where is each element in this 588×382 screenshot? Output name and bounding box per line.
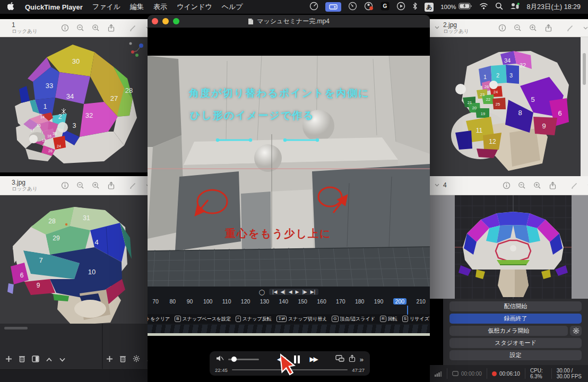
- obs-status-icon[interactable]: [364, 2, 374, 12]
- move-up-icon[interactable]: [46, 355, 53, 364]
- zoom-in-icon[interactable]: [529, 24, 537, 32]
- scene-list-item[interactable]: [4, 327, 28, 329]
- bluetooth-icon[interactable]: [412, 2, 418, 12]
- chevron-down-icon[interactable]: [434, 24, 440, 31]
- info-icon[interactable]: [60, 24, 69, 32]
- gauge-status-icon[interactable]: [348, 2, 357, 12]
- share-icon[interactable]: [349, 354, 356, 364]
- move-down-icon[interactable]: [59, 355, 66, 364]
- markup-icon[interactable]: [566, 24, 574, 32]
- zoom-in-icon[interactable]: [91, 24, 100, 32]
- lock-status-label: ロックあり: [12, 186, 38, 192]
- menu-file[interactable]: ファイル: [92, 2, 120, 12]
- chevron-down-icon[interactable]: [434, 182, 440, 189]
- svg-text:34: 34: [504, 57, 511, 64]
- obs-controls-dock: 配信開始 録画終了 仮想カメラ開始 スタジオモード 設定: [443, 299, 588, 365]
- menubar-clock[interactable]: 8月23日(土) 18:29: [527, 3, 581, 12]
- preview1-titlebar[interactable]: 1 ロックあり: [0, 19, 148, 37]
- mute-icon[interactable]: [216, 354, 224, 364]
- frame-ruler[interactable]: 7080901001101201301401501601701801902002…: [148, 298, 430, 305]
- source-properties-icon[interactable]: [133, 355, 140, 364]
- settings-button[interactable]: 設定: [449, 350, 582, 360]
- jump-start-icon[interactable]: |◀: [272, 289, 277, 294]
- background-window-edge: [581, 37, 588, 176]
- zoom-in-icon[interactable]: [533, 181, 541, 190]
- frame-back-icon[interactable]: ◀|: [280, 289, 285, 294]
- menu-window[interactable]: ウインドウ: [177, 2, 212, 12]
- add-scene-icon[interactable]: [5, 355, 12, 364]
- user-status-icon[interactable]: [510, 2, 520, 12]
- preview2-image: 34 32 1 2 3 5 8 6 9 11 12 26 24 23 22 25…: [430, 37, 588, 176]
- play-forward-icon[interactable]: ▶: [296, 289, 299, 294]
- svg-text:16: 16: [47, 134, 51, 138]
- share-icon[interactable]: [107, 181, 115, 190]
- input-source-badge[interactable]: あ: [425, 3, 434, 12]
- svg-text:24: 24: [57, 144, 61, 148]
- frame-forward-icon[interactable]: |▶: [302, 289, 307, 294]
- axis-gizmo: [129, 42, 144, 57]
- play-reverse-icon[interactable]: ◀: [289, 289, 292, 294]
- virtual-camera-settings-button[interactable]: [570, 326, 582, 336]
- info-icon[interactable]: [502, 181, 511, 190]
- pip-icon[interactable]: [335, 354, 344, 364]
- menu-view[interactable]: 表示: [153, 2, 167, 12]
- volume-knob[interactable]: [231, 357, 237, 362]
- share-icon[interactable]: [544, 24, 552, 32]
- svg-text:32: 32: [520, 62, 526, 68]
- fast-forward-button[interactable]: ▶▶: [309, 355, 317, 363]
- preview2-titlebar[interactable]: 2.jpg ロックあり: [430, 19, 588, 37]
- add-source-icon[interactable]: [106, 355, 113, 364]
- scrollbar[interactable]: [583, 53, 586, 85]
- video-canvas[interactable]: 角度が切り替わるポイントを内側に ひし形のイメージで作る 重心をもう少し上に ◯…: [148, 56, 430, 336]
- menu-edit[interactable]: 編集: [130, 2, 144, 12]
- zoom-out-icon[interactable]: [76, 181, 84, 190]
- zoom-button[interactable]: [173, 18, 179, 24]
- search-icon[interactable]: [495, 2, 503, 12]
- minimize-button[interactable]: [162, 18, 169, 24]
- studio-mode-button[interactable]: スタジオモード: [449, 338, 582, 348]
- svg-text:25: 25: [496, 102, 500, 107]
- preview3-titlebar[interactable]: 3.jpg ロックあり: [0, 176, 148, 195]
- battery-icon[interactable]: [459, 3, 472, 11]
- zoom-in-icon[interactable]: [91, 181, 100, 190]
- screen-sharing-indicator[interactable]: [325, 2, 341, 12]
- stream-icon: [452, 371, 459, 376]
- letterbox-top: [148, 28, 430, 56]
- active-app-name[interactable]: QuickTime Player: [25, 3, 83, 11]
- menu-help[interactable]: ヘルプ: [222, 2, 243, 12]
- zoom-out-icon[interactable]: [517, 181, 526, 190]
- share-icon[interactable]: [548, 181, 557, 190]
- lock-status-label: ロックあり: [12, 29, 38, 34]
- remove-scene-icon[interactable]: [19, 355, 25, 364]
- dial-status-icon[interactable]: [309, 2, 318, 12]
- chevron-down-icon[interactable]: [581, 24, 588, 32]
- volume-slider[interactable]: [228, 359, 259, 360]
- stop-recording-button[interactable]: 録画終了: [449, 314, 582, 324]
- chevron-down-icon[interactable]: [585, 181, 588, 190]
- wifi-icon[interactable]: [479, 3, 488, 11]
- share-icon[interactable]: [107, 24, 115, 32]
- scene-filters-icon[interactable]: [32, 355, 39, 364]
- start-virtual-camera-button[interactable]: 仮想カメラ開始: [449, 326, 568, 336]
- apple-icon[interactable]: [7, 2, 15, 12]
- quicktime-titlebar[interactable]: [148, 15, 430, 28]
- markup-icon[interactable]: [128, 24, 137, 32]
- svg-text:32: 32: [85, 111, 93, 119]
- svg-text:21: 21: [468, 100, 472, 105]
- more-controls-icon[interactable]: »: [360, 355, 364, 363]
- info-icon[interactable]: [60, 181, 69, 190]
- markup-icon[interactable]: [570, 181, 578, 190]
- start-streaming-button[interactable]: 配信開始: [449, 301, 582, 311]
- info-icon[interactable]: [498, 24, 506, 32]
- play-circle-icon[interactable]: [396, 2, 405, 12]
- jump-end-icon[interactable]: ▶|: [310, 289, 315, 294]
- g-hub-icon[interactable]: G: [381, 2, 390, 12]
- record-circle-icon[interactable]: ◯: [259, 289, 265, 295]
- zoom-out-icon[interactable]: [76, 24, 84, 32]
- remove-source-icon[interactable]: [119, 355, 126, 364]
- battery-percentage: 100%: [440, 4, 456, 10]
- close-button[interactable]: [152, 18, 158, 24]
- markup-icon[interactable]: [128, 181, 137, 190]
- preview4-titlebar[interactable]: 4: [430, 176, 588, 195]
- zoom-out-icon[interactable]: [513, 24, 522, 32]
